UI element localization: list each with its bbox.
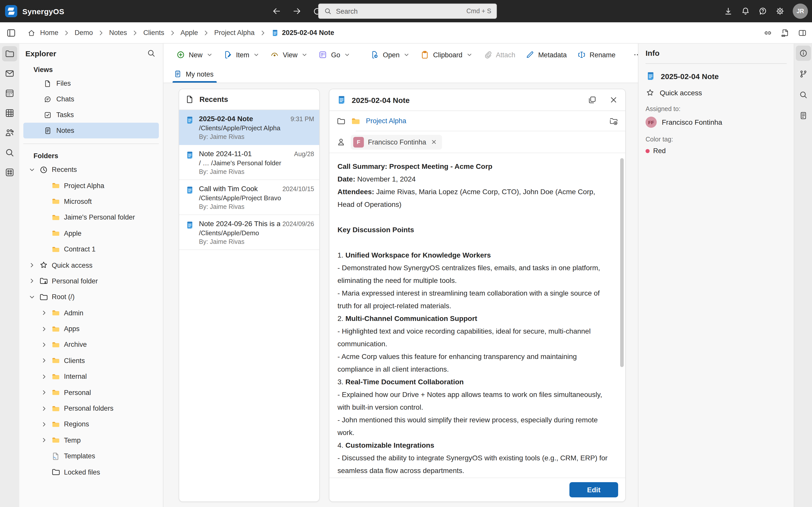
recents-item-title: Note 2024-09-26 This is a n bbox=[199, 220, 281, 228]
tree-item-archive[interactable]: Archive bbox=[19, 337, 163, 353]
tree-item-regions[interactable]: Regions bbox=[19, 416, 163, 433]
chevron-right-icon[interactable] bbox=[41, 421, 48, 428]
view-item-files[interactable]: Files bbox=[23, 75, 159, 91]
tab-my-notes[interactable]: My notes bbox=[172, 70, 217, 82]
user-avatar[interactable]: JR bbox=[793, 4, 808, 19]
tree-item-quick-access[interactable]: Quick access bbox=[19, 257, 163, 273]
recents-item-3[interactable]: Call with Tim Cook 2024/10/15 /Clients/A… bbox=[179, 180, 319, 215]
tree-item-personal-folder[interactable]: Personal folder bbox=[19, 273, 163, 289]
forward-icon[interactable] bbox=[292, 7, 301, 16]
tree-item-project-alpha[interactable]: Project Alpha bbox=[19, 178, 163, 194]
chevron-right-icon[interactable] bbox=[41, 357, 48, 364]
document-outline-icon[interactable] bbox=[796, 108, 811, 123]
rename-icon bbox=[577, 50, 586, 59]
rail-apps-grid-icon[interactable] bbox=[2, 165, 17, 180]
rename-button[interactable]: Rename bbox=[572, 47, 620, 62]
rail-mail-icon[interactable] bbox=[2, 66, 17, 81]
view-item-label: Chats bbox=[56, 95, 74, 103]
chevron-right-icon[interactable] bbox=[29, 262, 36, 269]
breadcrumb-demo[interactable]: Demo bbox=[74, 29, 93, 37]
chevron-down-icon[interactable] bbox=[29, 166, 36, 173]
open-in-window-icon[interactable] bbox=[588, 95, 597, 104]
recents-item-1[interactable]: 2025-02-04 Note 9:31 PM /Clients/Apple/P… bbox=[179, 110, 319, 145]
tree-item-temp[interactable]: Temp bbox=[19, 432, 163, 448]
rail-explorer-folder-icon[interactable] bbox=[2, 46, 17, 61]
close-icon[interactable] bbox=[609, 95, 618, 104]
chevron-right-icon[interactable] bbox=[29, 278, 36, 285]
chevron-right-icon[interactable] bbox=[41, 389, 48, 396]
versions-branch-icon[interactable] bbox=[796, 66, 811, 81]
search-input[interactable]: Search Cmd + S bbox=[318, 4, 497, 19]
rail-people-icon[interactable] bbox=[2, 125, 17, 140]
edit-button[interactable]: Edit bbox=[569, 482, 618, 497]
rail-calendar-icon[interactable] bbox=[2, 86, 17, 101]
tree-item-jaimes-personal-folder[interactable]: Jaime's Personal folder bbox=[19, 209, 163, 225]
download-icon[interactable] bbox=[724, 7, 733, 16]
tree-item-root[interactable]: Root (/) bbox=[19, 289, 163, 305]
assignee-tag[interactable]: F Francisco Fontinha bbox=[351, 134, 442, 149]
breadcrumb-project-alpha[interactable]: Project Alpha bbox=[214, 29, 255, 37]
settings-gear-icon[interactable] bbox=[775, 7, 784, 16]
copy-link-icon[interactable] bbox=[763, 28, 772, 37]
assignee-name: Francisco Fontinha bbox=[368, 138, 426, 146]
tree-item-personal-folders[interactable]: Personal folders bbox=[19, 400, 163, 416]
remove-assignee-icon[interactable] bbox=[430, 138, 438, 146]
chevron-right-icon[interactable] bbox=[41, 309, 48, 316]
item-button[interactable]: Item bbox=[219, 47, 265, 62]
view-item-notes[interactable]: Notes bbox=[23, 123, 159, 138]
note-folder-link[interactable]: Project Alpha bbox=[366, 117, 406, 125]
scrollbar-thumb[interactable] bbox=[620, 158, 624, 367]
note-content-section: Key Discussion Points bbox=[338, 224, 612, 236]
view-item-tasks[interactable]: Tasks bbox=[23, 107, 159, 123]
document-link-icon[interactable] bbox=[780, 28, 790, 37]
breadcrumb-notes[interactable]: Notes bbox=[109, 29, 127, 37]
rail-table-icon[interactable] bbox=[2, 105, 17, 121]
breadcrumb-home[interactable]: Home bbox=[28, 29, 58, 37]
tree-item-clients[interactable]: Clients bbox=[19, 353, 163, 369]
chevron-right-icon[interactable] bbox=[41, 437, 48, 444]
tree-item-microsoft[interactable]: Microsoft bbox=[19, 194, 163, 210]
tree-item-locked-files[interactable]: Locked files bbox=[19, 464, 163, 480]
tree-item-admin[interactable]: Admin bbox=[19, 305, 163, 321]
rail-search-icon[interactable] bbox=[2, 145, 17, 160]
chevron-right-icon[interactable] bbox=[41, 373, 48, 380]
info-assignee-row[interactable]: FF Francisco Fontinha bbox=[646, 117, 786, 128]
quick-access-toggle[interactable]: Quick access bbox=[646, 88, 786, 97]
recents-item-2[interactable]: Note 2024-11-01 Aug/28 / … /Jaime's Pers… bbox=[179, 145, 319, 180]
new-button[interactable]: New bbox=[171, 47, 218, 62]
chevron-right-icon[interactable] bbox=[41, 405, 48, 412]
view-button[interactable]: View bbox=[266, 47, 313, 62]
clipboard-button[interactable]: Clipboard bbox=[416, 47, 478, 62]
panel-toggle-icon[interactable] bbox=[6, 27, 16, 38]
go-button[interactable]: Go bbox=[314, 47, 356, 62]
tree-item-personal[interactable]: Personal bbox=[19, 385, 163, 400]
tree-item-recents[interactable]: Recents bbox=[19, 162, 163, 178]
app-logo-icon[interactable] bbox=[5, 5, 17, 17]
tree-item-apps[interactable]: Apps bbox=[19, 321, 163, 337]
recents-item-4[interactable]: Note 2024-09-26 This is a n 2024/09/26 /… bbox=[179, 215, 319, 250]
open-button[interactable]: Open bbox=[366, 47, 415, 62]
tree-item-templates[interactable]: Templates bbox=[19, 448, 163, 464]
back-icon[interactable] bbox=[272, 7, 281, 16]
chevron-down-icon[interactable] bbox=[29, 293, 36, 301]
metadata-button[interactable]: Metadata bbox=[521, 47, 571, 62]
panel-search-icon[interactable] bbox=[796, 87, 811, 102]
help-icon[interactable] bbox=[758, 7, 767, 16]
chevron-right-icon[interactable] bbox=[41, 325, 48, 332]
active-tab-indicator bbox=[172, 81, 217, 82]
chevron-right-icon[interactable] bbox=[41, 341, 48, 348]
tree-item-label: Quick access bbox=[52, 261, 93, 269]
tree-item-apple[interactable]: Apple bbox=[19, 225, 163, 241]
folder-outline-icon bbox=[51, 467, 60, 476]
view-item-chats[interactable]: Chats bbox=[23, 91, 159, 107]
view-item-label: Files bbox=[56, 79, 71, 87]
notifications-bell-icon[interactable] bbox=[741, 7, 750, 16]
breadcrumb-clients[interactable]: Clients bbox=[143, 29, 164, 37]
tree-item-internal[interactable]: Internal bbox=[19, 369, 163, 385]
info-icon[interactable] bbox=[796, 46, 811, 61]
move-to-folder-icon[interactable] bbox=[609, 116, 618, 125]
breadcrumb-apple[interactable]: Apple bbox=[181, 29, 198, 37]
tree-item-contract-1[interactable]: Contract 1 bbox=[19, 241, 163, 257]
split-view-icon[interactable] bbox=[798, 28, 807, 37]
explorer-search-icon[interactable] bbox=[147, 49, 156, 58]
